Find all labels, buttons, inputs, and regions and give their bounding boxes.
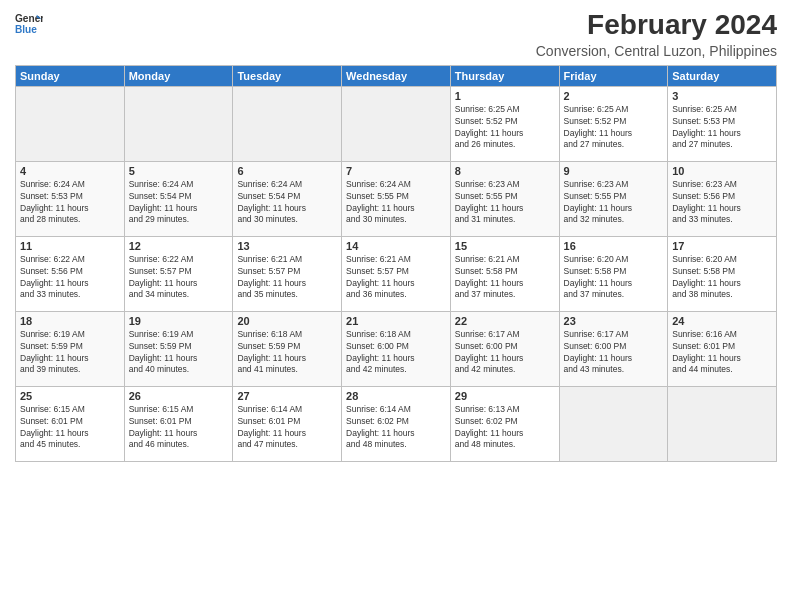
table-cell: 26Sunrise: 6:15 AM Sunset: 6:01 PM Dayli…: [124, 386, 233, 461]
logo-icon: General Blue: [15, 10, 43, 38]
table-cell: 10Sunrise: 6:23 AM Sunset: 5:56 PM Dayli…: [668, 161, 777, 236]
table-cell: 17Sunrise: 6:20 AM Sunset: 5:58 PM Dayli…: [668, 236, 777, 311]
logo: General Blue: [15, 10, 43, 38]
table-cell: 4Sunrise: 6:24 AM Sunset: 5:53 PM Daylig…: [16, 161, 125, 236]
day-number: 23: [564, 315, 664, 327]
table-cell: 24Sunrise: 6:16 AM Sunset: 6:01 PM Dayli…: [668, 311, 777, 386]
table-cell: [233, 86, 342, 161]
day-number: 18: [20, 315, 120, 327]
table-cell: 3Sunrise: 6:25 AM Sunset: 5:53 PM Daylig…: [668, 86, 777, 161]
calendar-table: Sunday Monday Tuesday Wednesday Thursday…: [15, 65, 777, 462]
day-number: 21: [346, 315, 446, 327]
table-cell: 6Sunrise: 6:24 AM Sunset: 5:54 PM Daylig…: [233, 161, 342, 236]
table-cell: [559, 386, 668, 461]
table-cell: 20Sunrise: 6:18 AM Sunset: 5:59 PM Dayli…: [233, 311, 342, 386]
table-cell: 8Sunrise: 6:23 AM Sunset: 5:55 PM Daylig…: [450, 161, 559, 236]
table-cell: 7Sunrise: 6:24 AM Sunset: 5:55 PM Daylig…: [342, 161, 451, 236]
col-saturday: Saturday: [668, 65, 777, 86]
day-number: 24: [672, 315, 772, 327]
table-cell: 29Sunrise: 6:13 AM Sunset: 6:02 PM Dayli…: [450, 386, 559, 461]
table-cell: 9Sunrise: 6:23 AM Sunset: 5:55 PM Daylig…: [559, 161, 668, 236]
day-number: 12: [129, 240, 229, 252]
table-cell: 1Sunrise: 6:25 AM Sunset: 5:52 PM Daylig…: [450, 86, 559, 161]
table-cell: 23Sunrise: 6:17 AM Sunset: 6:00 PM Dayli…: [559, 311, 668, 386]
day-info: Sunrise: 6:24 AM Sunset: 5:54 PM Dayligh…: [129, 179, 229, 227]
day-number: 5: [129, 165, 229, 177]
table-cell: [342, 86, 451, 161]
day-number: 20: [237, 315, 337, 327]
day-number: 4: [20, 165, 120, 177]
day-info: Sunrise: 6:24 AM Sunset: 5:54 PM Dayligh…: [237, 179, 337, 227]
day-number: 7: [346, 165, 446, 177]
main-title: February 2024: [536, 10, 777, 41]
col-wednesday: Wednesday: [342, 65, 451, 86]
table-cell: 27Sunrise: 6:14 AM Sunset: 6:01 PM Dayli…: [233, 386, 342, 461]
day-info: Sunrise: 6:19 AM Sunset: 5:59 PM Dayligh…: [20, 329, 120, 377]
day-info: Sunrise: 6:21 AM Sunset: 5:58 PM Dayligh…: [455, 254, 555, 302]
day-info: Sunrise: 6:18 AM Sunset: 6:00 PM Dayligh…: [346, 329, 446, 377]
day-info: Sunrise: 6:24 AM Sunset: 5:53 PM Dayligh…: [20, 179, 120, 227]
day-number: 3: [672, 90, 772, 102]
table-cell: 25Sunrise: 6:15 AM Sunset: 6:01 PM Dayli…: [16, 386, 125, 461]
day-info: Sunrise: 6:20 AM Sunset: 5:58 PM Dayligh…: [672, 254, 772, 302]
table-cell: 18Sunrise: 6:19 AM Sunset: 5:59 PM Dayli…: [16, 311, 125, 386]
col-tuesday: Tuesday: [233, 65, 342, 86]
day-number: 22: [455, 315, 555, 327]
header: General Blue February 2024 Conversion, C…: [15, 10, 777, 59]
table-cell: 12Sunrise: 6:22 AM Sunset: 5:57 PM Dayli…: [124, 236, 233, 311]
day-info: Sunrise: 6:20 AM Sunset: 5:58 PM Dayligh…: [564, 254, 664, 302]
day-info: Sunrise: 6:24 AM Sunset: 5:55 PM Dayligh…: [346, 179, 446, 227]
svg-text:General: General: [15, 13, 43, 24]
day-info: Sunrise: 6:14 AM Sunset: 6:01 PM Dayligh…: [237, 404, 337, 452]
col-thursday: Thursday: [450, 65, 559, 86]
day-info: Sunrise: 6:15 AM Sunset: 6:01 PM Dayligh…: [20, 404, 120, 452]
day-number: 6: [237, 165, 337, 177]
col-monday: Monday: [124, 65, 233, 86]
table-cell: [16, 86, 125, 161]
day-number: 29: [455, 390, 555, 402]
table-cell: 14Sunrise: 6:21 AM Sunset: 5:57 PM Dayli…: [342, 236, 451, 311]
day-info: Sunrise: 6:15 AM Sunset: 6:01 PM Dayligh…: [129, 404, 229, 452]
table-cell: 22Sunrise: 6:17 AM Sunset: 6:00 PM Dayli…: [450, 311, 559, 386]
subtitle: Conversion, Central Luzon, Philippines: [536, 43, 777, 59]
day-number: 10: [672, 165, 772, 177]
day-info: Sunrise: 6:18 AM Sunset: 5:59 PM Dayligh…: [237, 329, 337, 377]
day-info: Sunrise: 6:21 AM Sunset: 5:57 PM Dayligh…: [346, 254, 446, 302]
day-number: 17: [672, 240, 772, 252]
table-cell: 16Sunrise: 6:20 AM Sunset: 5:58 PM Dayli…: [559, 236, 668, 311]
day-info: Sunrise: 6:23 AM Sunset: 5:55 PM Dayligh…: [455, 179, 555, 227]
title-block: February 2024 Conversion, Central Luzon,…: [536, 10, 777, 59]
table-cell: 2Sunrise: 6:25 AM Sunset: 5:52 PM Daylig…: [559, 86, 668, 161]
table-cell: [668, 386, 777, 461]
day-number: 15: [455, 240, 555, 252]
day-number: 16: [564, 240, 664, 252]
day-info: Sunrise: 6:14 AM Sunset: 6:02 PM Dayligh…: [346, 404, 446, 452]
day-number: 8: [455, 165, 555, 177]
svg-text:Blue: Blue: [15, 24, 37, 35]
table-cell: [124, 86, 233, 161]
day-info: Sunrise: 6:22 AM Sunset: 5:57 PM Dayligh…: [129, 254, 229, 302]
day-info: Sunrise: 6:19 AM Sunset: 5:59 PM Dayligh…: [129, 329, 229, 377]
day-info: Sunrise: 6:16 AM Sunset: 6:01 PM Dayligh…: [672, 329, 772, 377]
day-number: 28: [346, 390, 446, 402]
col-sunday: Sunday: [16, 65, 125, 86]
page: General Blue February 2024 Conversion, C…: [0, 0, 792, 612]
day-number: 25: [20, 390, 120, 402]
day-info: Sunrise: 6:25 AM Sunset: 5:52 PM Dayligh…: [455, 104, 555, 152]
day-info: Sunrise: 6:22 AM Sunset: 5:56 PM Dayligh…: [20, 254, 120, 302]
day-number: 26: [129, 390, 229, 402]
day-number: 2: [564, 90, 664, 102]
day-info: Sunrise: 6:17 AM Sunset: 6:00 PM Dayligh…: [564, 329, 664, 377]
table-cell: 15Sunrise: 6:21 AM Sunset: 5:58 PM Dayli…: [450, 236, 559, 311]
day-number: 13: [237, 240, 337, 252]
table-cell: 11Sunrise: 6:22 AM Sunset: 5:56 PM Dayli…: [16, 236, 125, 311]
col-friday: Friday: [559, 65, 668, 86]
day-number: 14: [346, 240, 446, 252]
day-number: 19: [129, 315, 229, 327]
day-number: 1: [455, 90, 555, 102]
table-cell: 5Sunrise: 6:24 AM Sunset: 5:54 PM Daylig…: [124, 161, 233, 236]
day-info: Sunrise: 6:25 AM Sunset: 5:53 PM Dayligh…: [672, 104, 772, 152]
day-info: Sunrise: 6:23 AM Sunset: 5:55 PM Dayligh…: [564, 179, 664, 227]
day-info: Sunrise: 6:25 AM Sunset: 5:52 PM Dayligh…: [564, 104, 664, 152]
table-cell: 19Sunrise: 6:19 AM Sunset: 5:59 PM Dayli…: [124, 311, 233, 386]
